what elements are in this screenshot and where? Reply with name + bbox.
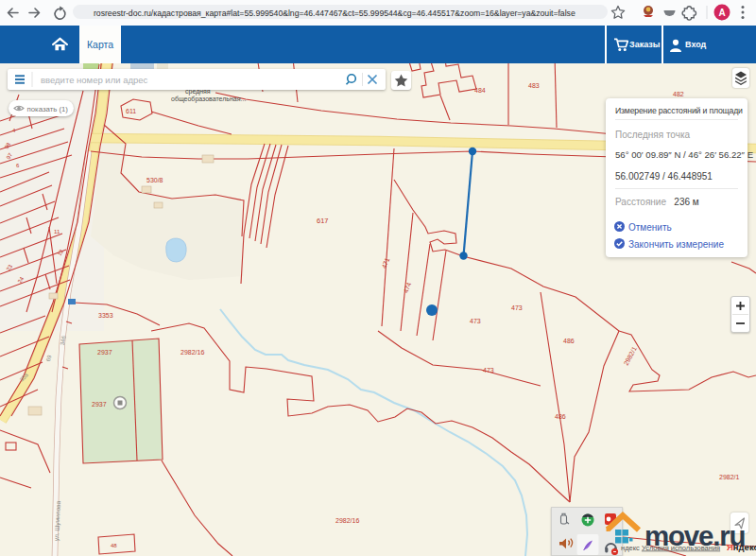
svg-text:11: 11 [54,229,60,235]
svg-text:2937: 2937 [97,349,112,356]
svg-text:482: 482 [673,91,684,97]
svg-text:473: 473 [470,318,481,324]
svg-text:Яндекс: Яндекс [727,542,756,552]
svg-text:530/8: 530/8 [146,177,163,183]
svg-text:617: 617 [317,217,329,225]
svg-text:3353: 3353 [98,312,113,319]
svg-text:введите номер или адрес: введите номер или адрес [41,75,148,85]
svg-text:A: A [718,8,725,18]
svg-text:2982/16: 2982/16 [335,517,359,524]
svg-text:48: 48 [111,543,117,548]
svg-text:484: 484 [474,87,486,94]
svg-text:показать (1): показать (1) [27,105,69,113]
svg-text:ндекс Условия использования: ндекс Условия использования [621,544,720,552]
svg-text:473: 473 [511,304,523,311]
svg-text:486: 486 [555,413,566,420]
svg-text:2937: 2937 [92,401,107,408]
svg-text:486: 486 [563,338,575,344]
svg-text:общеобразовательная...: общеобразовательная... [171,96,246,103]
svg-text:2982/16: 2982/16 [180,349,204,356]
svg-text:2982/1: 2982/1 [719,474,740,480]
svg-text:611: 611 [126,108,136,114]
svg-text:473: 473 [483,367,494,374]
svg-text:483: 483 [528,82,540,89]
